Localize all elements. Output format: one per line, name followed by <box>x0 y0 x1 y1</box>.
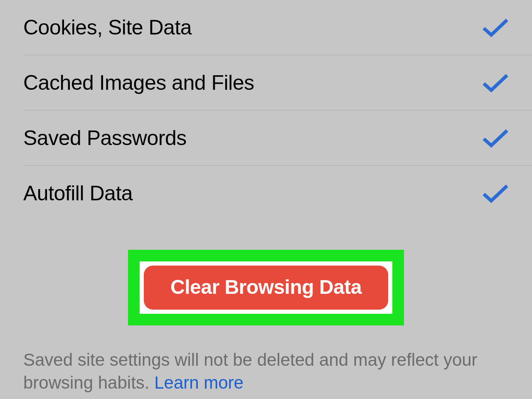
row-autofill-data[interactable]: Autofill Data <box>0 166 532 221</box>
row-label: Cookies, Site Data <box>23 17 192 38</box>
footer-note: Saved site settings will not be deleted … <box>0 325 532 394</box>
footer-text: Saved site settings will not be deleted … <box>23 350 478 392</box>
highlight-border: Clear Browsing Data <box>128 250 404 325</box>
checkmark-icon <box>482 183 509 203</box>
row-cookies-site-data[interactable]: Cookies, Site Data <box>0 0 532 55</box>
row-label: Cached Images and Files <box>23 72 254 93</box>
row-cached-images-files[interactable]: Cached Images and Files <box>0 55 532 110</box>
checkmark-icon <box>482 17 509 37</box>
clear-browsing-data-button[interactable]: Clear Browsing Data <box>144 266 388 310</box>
checkmark-icon <box>482 128 509 148</box>
highlight-inner: Clear Browsing Data <box>140 261 392 314</box>
checkmark-icon <box>482 73 509 93</box>
learn-more-link[interactable]: Learn more <box>154 373 244 392</box>
highlighted-button-area: Clear Browsing Data <box>0 250 532 325</box>
row-saved-passwords[interactable]: Saved Passwords <box>0 111 532 165</box>
row-label: Saved Passwords <box>23 128 187 148</box>
row-label: Autofill Data <box>23 183 133 204</box>
data-type-list: Cookies, Site Data Cached Images and Fil… <box>0 0 532 221</box>
